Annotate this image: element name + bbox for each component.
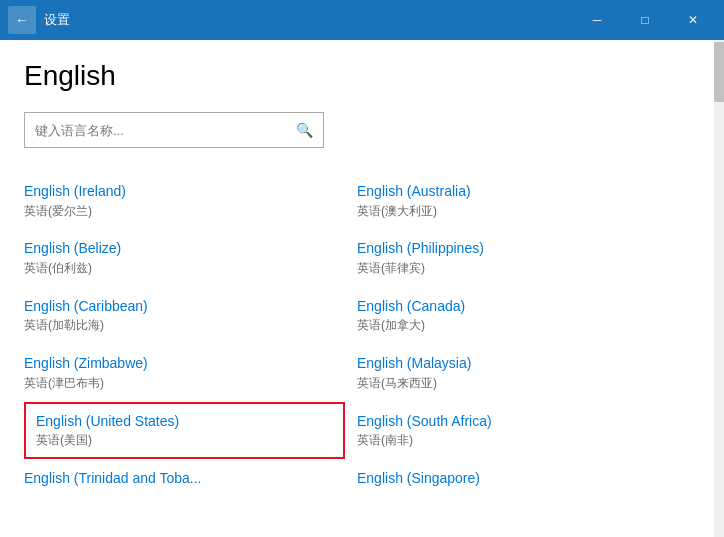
titlebar-left: ← 设置 [8,6,70,34]
lang-subtitle: 英语(爱尔兰) [24,203,345,220]
lang-subtitle: 英语(加勒比海) [24,317,345,334]
search-box[interactable]: 🔍 [24,112,324,148]
languages-grid: English (Ireland) 英语(爱尔兰) English (Austr… [24,172,690,499]
lang-name: English (Caribbean) [24,297,345,317]
titlebar: ← 设置 ─ □ ✕ [0,0,724,40]
maximize-icon: □ [641,13,648,27]
titlebar-title: 设置 [44,11,70,29]
main-area: English 🔍 English (Ireland) 英语(爱尔兰) Engl… [0,40,714,537]
lang-item[interactable]: English (Belize) 英语(伯利兹) [24,229,357,286]
titlebar-controls: ─ □ ✕ [574,4,716,36]
lang-name: English (South Africa) [357,412,678,432]
window: ← 设置 ─ □ ✕ English 🔍 [0,0,724,537]
lang-name: English (Zimbabwe) [24,354,345,374]
close-icon: ✕ [688,13,698,27]
lang-subtitle: 英语(津巴布韦) [24,375,345,392]
lang-subtitle: 英语(南非) [357,432,678,449]
search-input[interactable] [35,123,288,138]
lang-item[interactable]: English (United States) 英语(美国) [24,402,345,459]
lang-name: English (United States) [36,412,333,432]
lang-item[interactable]: English (Australia) 英语(澳大利亚) [357,172,690,229]
page-title: English [24,60,690,92]
lang-name: English (Australia) [357,182,678,202]
lang-subtitle: 英语(澳大利亚) [357,203,678,220]
lang-item[interactable]: English (Philippines) 英语(菲律宾) [357,229,690,286]
back-button[interactable]: ← [8,6,36,34]
lang-name: English (Trinidad and Toba... [24,469,345,489]
lang-subtitle: 英语(加拿大) [357,317,678,334]
lang-subtitle: 英语(马来西亚) [357,375,678,392]
minimize-icon: ─ [593,13,602,27]
lang-item[interactable]: English (Malaysia) 英语(马来西亚) [357,344,690,401]
maximize-button[interactable]: □ [622,4,668,36]
lang-subtitle: 英语(伯利兹) [24,260,345,277]
lang-item[interactable]: English (Trinidad and Toba... [24,459,357,499]
lang-subtitle: 英语(美国) [36,432,333,449]
lang-name: English (Canada) [357,297,678,317]
lang-item[interactable]: English (Caribbean) 英语(加勒比海) [24,287,357,344]
search-icon: 🔍 [296,122,313,138]
lang-item[interactable]: English (Zimbabwe) 英语(津巴布韦) [24,344,357,401]
lang-item[interactable]: English (Canada) 英语(加拿大) [357,287,690,344]
lang-subtitle: 英语(菲律宾) [357,260,678,277]
content: English 🔍 English (Ireland) 英语(爱尔兰) Engl… [0,40,724,537]
scrollbar-thumb[interactable] [714,42,724,102]
scrollbar[interactable] [714,40,724,537]
lang-name: English (Ireland) [24,182,345,202]
lang-name: English (Singapore) [357,469,678,489]
lang-item[interactable]: English (Ireland) 英语(爱尔兰) [24,172,357,229]
lang-name: English (Philippines) [357,239,678,259]
back-icon: ← [15,12,29,28]
lang-name: English (Belize) [24,239,345,259]
lang-item[interactable]: English (South Africa) 英语(南非) [357,402,690,459]
lang-item[interactable]: English (Singapore) [357,459,690,499]
lang-name: English (Malaysia) [357,354,678,374]
minimize-button[interactable]: ─ [574,4,620,36]
close-button[interactable]: ✕ [670,4,716,36]
